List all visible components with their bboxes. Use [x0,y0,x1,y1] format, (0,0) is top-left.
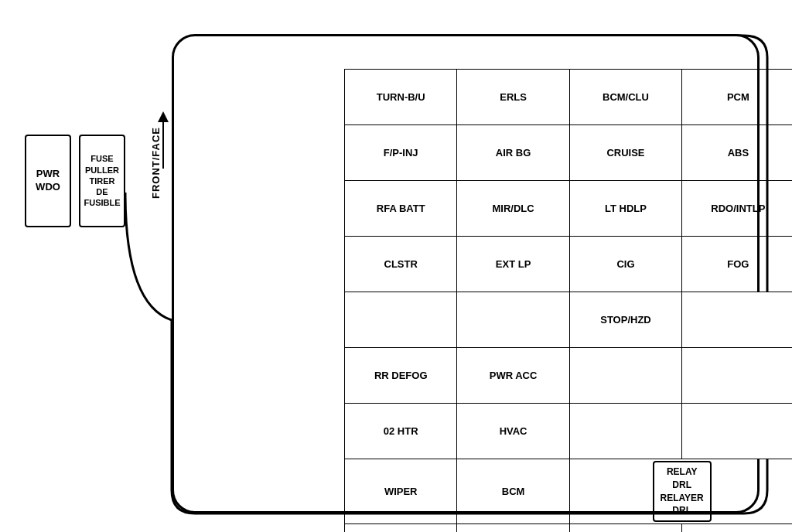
cell-empty-13 [682,524,792,532]
arrow-line [162,122,164,169]
cell-empty-8 [569,404,681,459]
main-fuse-box: TURN-B/U ERLS BCM/CLU PCM IGN MDL F/P-IN… [172,34,760,513]
cell-cruise: CRUISE [569,125,681,181]
cell-air-bg: AIR BG [457,125,569,181]
table-row: AMPL [345,524,793,532]
arrow-head [158,111,169,122]
fuse-puller-box: FUSE PULLER TIRER DE FUSIBLE [79,135,125,227]
cell-rdo-intlp: RDO/INTLP [682,181,792,237]
table-row: STOP/HZD [345,292,793,348]
relay-line1: RELAY [667,466,698,477]
cell-fp-inj: F/P-INJ [345,125,457,181]
front-face-label: FRONT/FACE [150,127,162,199]
cell-abs: ABS [682,125,792,181]
cell-bcm: BCM [457,459,569,524]
cell-empty-2 [457,292,569,348]
table-row: F/P-INJ AIR BG CRUISE ABS APO [345,125,793,181]
left-panel: PWR WDO FUSE PULLER TIRER DE FUSIBLE [25,135,125,227]
relay-line2: DRL [672,479,691,490]
cell-empty-5 [569,348,681,404]
cell-lt-hdlp: LT HDLP [569,181,681,237]
cell-hvac: HVAC [457,404,569,459]
cell-fog: FOG [682,237,792,292]
table-row: RFA BATT MIR/DLC LT HDLP RDO/INTLP RT HD… [345,181,793,237]
cell-pcm: PCM [682,70,792,125]
relay-line4: DRL [672,505,691,516]
diagram-container: PWR WDO FUSE PULLER TIRER DE FUSIBLE FRO… [17,11,775,521]
cell-stop-hzd: STOP/HZD [569,292,681,348]
cell-bcm-clu: BCM/CLU [569,70,681,125]
cell-empty-3 [682,292,792,348]
fuse-table: TURN-B/U ERLS BCM/CLU PCM IGN MDL F/P-IN… [344,69,792,532]
table-row: TURN-B/U ERLS BCM/CLU PCM IGN MDL [345,70,793,125]
cell-cig: CIG [569,237,681,292]
table-row: WIPER BCM RELAY DRL RELAYER DRL [345,459,793,524]
cell-mir-dlc: MIR/DLC [457,181,569,237]
cell-empty-12 [569,524,681,532]
cell-erls: ERLS [457,70,569,125]
cell-ext-lp: EXT LP [457,237,569,292]
cell-02-htr: 02 HTR [345,404,457,459]
cell-ampl: AMPL [457,524,569,532]
cell-pwr-acc: PWR ACC [457,348,569,404]
fuse-puller-label: FUSE PULLER TIRER DE FUSIBLE [84,153,121,208]
pwr-wdo-label: PWR WDO [26,168,70,194]
cell-turn-bu: TURN-B/U [345,70,457,125]
pwr-wdo-box: PWR WDO [25,135,71,227]
cell-rfa-batt: RFA BATT [345,181,457,237]
fuse-grid: TURN-B/U ERLS BCM/CLU PCM IGN MDL F/P-IN… [344,69,792,532]
relay-line3: RELAYER [661,493,704,503]
cell-empty-1 [345,292,457,348]
relay-box: RELAY DRL RELAYER DRL [653,461,712,522]
cell-rr-defog: RR DEFOG [345,348,457,404]
cell-empty-11 [345,524,457,532]
table-row: CLSTR EXT LP CIG FOG HORN [345,237,793,292]
cell-relay-block: RELAY DRL RELAYER DRL [569,459,792,524]
cell-wiper: WIPER [345,459,457,524]
cell-clstr: CLSTR [345,237,457,292]
table-row: RR DEFOG PWR ACC [345,348,793,404]
cell-empty-6 [682,348,792,404]
table-row: 02 HTR HVAC [345,404,793,459]
cell-empty-9 [682,404,792,459]
